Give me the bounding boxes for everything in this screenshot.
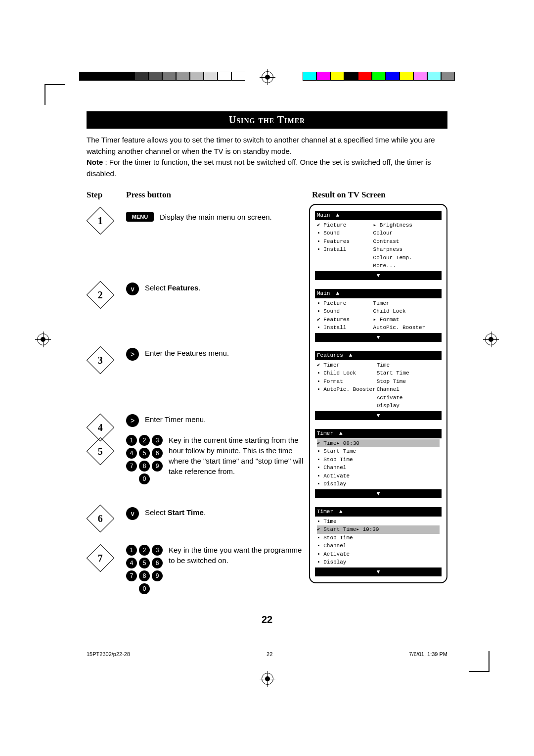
- down-button-icon: ∨: [126, 283, 139, 295]
- menu-button-icon: MENU: [126, 212, 154, 222]
- print-footer: 15PT2302/p22-28 22 7/6/01, 1:39 PM: [87, 651, 447, 657]
- osd-panel: Features▲ TimerChild LockFormatAutoPic. …: [315, 351, 442, 420]
- down-button-icon: ∨: [126, 507, 139, 520]
- colorscale-bar: [303, 72, 455, 81]
- step-text: Display the main menu on screen.: [160, 212, 272, 222]
- footer-center: 22: [267, 651, 272, 657]
- step-text: Select Start Time.: [145, 507, 206, 518]
- step-text: Select Features.: [145, 283, 201, 293]
- registration-mark-icon: [262, 673, 273, 685]
- step-text: Key in the time you want the programme t…: [169, 545, 309, 566]
- step-diamond: 7: [87, 544, 115, 572]
- registration-mark-icon: [37, 333, 49, 345]
- crop-mark: [44, 84, 65, 105]
- step-text: Enter the Features menu.: [145, 348, 229, 358]
- registration-mark-icon: [485, 333, 497, 345]
- col-header-step: Step: [87, 190, 126, 200]
- intro-text: The Timer feature allows you to set the …: [87, 135, 447, 179]
- right-button-icon: >: [126, 414, 139, 427]
- step-text: Enter Timer menu.: [145, 414, 206, 425]
- col-header-result: Result on TV Screen: [309, 190, 447, 200]
- footer-left: 15PT2302/p22-28: [87, 651, 130, 657]
- digit-pad-icon: 1234567890: [126, 545, 163, 594]
- osd-panel: Main▲ PictureSoundFeaturesInstallTimerCh…: [315, 289, 442, 342]
- tv-screen: Main▲ PictureSoundFeaturesInstallBrightn…: [309, 204, 447, 583]
- registration-mark-icon: [262, 71, 273, 83]
- grayscale-bar: [79, 72, 245, 81]
- osd-panel: Timer▲ TimeStart Time▸ 10:30Stop TimeCha…: [315, 507, 442, 576]
- section-title: Using the Timer: [87, 111, 447, 129]
- page-number: 22: [87, 614, 447, 625]
- col-header-press: Press button: [126, 190, 309, 200]
- right-button-icon: >: [126, 348, 139, 361]
- intro-part2: : For the timer to function, the set mus…: [87, 158, 431, 178]
- crop-mark: [469, 651, 490, 672]
- osd-panel: Main▲ PictureSoundFeaturesInstallBrightn…: [315, 211, 442, 280]
- intro-part1: The Timer feature allows you to set the …: [87, 136, 435, 155]
- digit-pad-icon: 1234567890: [126, 435, 163, 484]
- osd-panel: Timer▲ Time▸ 08:30Start TimeStop TimeCha…: [315, 429, 442, 498]
- note-label: Note: [87, 158, 103, 166]
- footer-right: 7/6/01, 1:39 PM: [409, 651, 447, 657]
- step-text: Key in the current time starting from th…: [169, 435, 309, 476]
